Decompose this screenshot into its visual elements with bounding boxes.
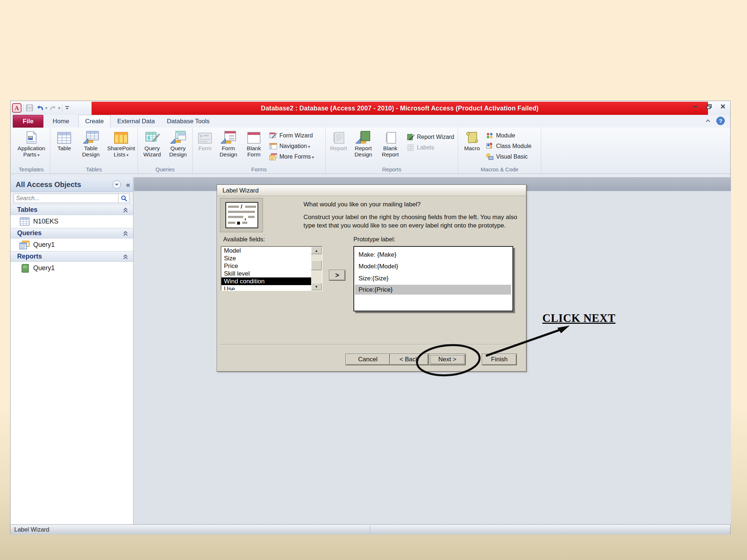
add-field-button[interactable]: >	[329, 270, 345, 281]
svg-text:?: ?	[719, 118, 722, 124]
next-button[interactable]: Next >	[429, 354, 466, 365]
query-wizard-button[interactable]: Query Wizard	[139, 129, 165, 158]
module-button[interactable]: Module	[486, 131, 515, 140]
access-window: A ▾ ▾ Database2 : Database (Access 20	[10, 101, 731, 534]
tab-home[interactable]: Home	[44, 115, 78, 128]
ribbon-right-controls: ?	[704, 116, 725, 125]
cancel-button[interactable]: Cancel	[345, 354, 390, 365]
query-design-button[interactable]: Query Design	[166, 129, 190, 158]
customize-qat-icon[interactable]	[64, 105, 70, 111]
table-icon	[19, 217, 30, 226]
list-item[interactable]: Model	[221, 247, 311, 254]
close-button[interactable]	[719, 103, 727, 110]
collapse-chevron-icon[interactable]	[122, 207, 129, 213]
ribbon-bottom-strip	[11, 174, 730, 177]
module-icon	[486, 132, 494, 139]
tab-create[interactable]: Create	[78, 115, 111, 128]
report-wizard-button[interactable]: Report Wizard	[407, 132, 454, 142]
finish-button[interactable]: Finish	[482, 354, 517, 365]
report-icon	[19, 264, 30, 273]
nav-item-query1[interactable]: Query1	[11, 238, 133, 251]
sharepoint-lists-button[interactable]: SharePoint Lists	[106, 129, 136, 158]
list-item[interactable]: Price	[221, 262, 311, 270]
tab-file[interactable]: File	[13, 115, 43, 128]
nav-item-report-query1[interactable]: Query1	[11, 262, 133, 275]
blank-report-button[interactable]: Blank Report	[378, 129, 403, 158]
minimize-button[interactable]	[691, 103, 700, 110]
prototype-label-caption: Prototype label:	[353, 236, 395, 243]
blank-form-button[interactable]: Blank Form	[242, 129, 266, 158]
group-caption-macros: Macros & Code	[458, 166, 541, 172]
prototype-label-box[interactable]: Make: {Make} Model:{Model} Size:{Size} P…	[353, 246, 513, 311]
redo-icon	[49, 104, 57, 112]
labels-icon	[407, 144, 415, 151]
collapse-chevron-icon[interactable]	[122, 253, 129, 260]
scrollbar-thumb[interactable]	[311, 260, 322, 270]
save-icon[interactable]	[26, 104, 34, 112]
visual-basic-icon	[486, 153, 494, 160]
form-wizard-button[interactable]: Form Wizard	[269, 131, 313, 140]
group-caption-forms: Forms	[193, 166, 325, 172]
search-icon[interactable]	[119, 194, 129, 203]
list-item[interactable]: Skill level	[221, 270, 311, 277]
undo-dropdown-icon[interactable]: ▾	[45, 106, 47, 110]
dialog-body-line2: type text that you would like to see on …	[303, 222, 506, 229]
navigation-menu-icon[interactable]	[112, 180, 121, 189]
ribbon-group-templates: Application Parts Templates	[12, 128, 50, 174]
more-forms-button[interactable]: More Forms	[269, 152, 314, 162]
access-logo-icon[interactable]: A	[12, 103, 22, 113]
search-input[interactable]	[13, 194, 119, 203]
undo-icon[interactable]	[35, 104, 44, 112]
desktop-background: A ▾ ▾ Database2 : Database (Access 20	[0, 0, 747, 560]
shutter-bar-close-icon[interactable]: «	[126, 180, 130, 189]
class-module-button[interactable]: Class Module	[486, 141, 531, 151]
table-button[interactable]: Table	[53, 129, 76, 151]
section-header-reports[interactable]: Reports	[11, 251, 133, 262]
help-icon[interactable]: ?	[716, 116, 725, 125]
prototype-line[interactable]: Make: {Make}	[355, 250, 511, 260]
scroll-up-icon[interactable]	[311, 247, 322, 254]
section-header-tables[interactable]: Tables	[11, 205, 133, 215]
ribbon-group-macros: Macro Module Class Module	[458, 128, 541, 174]
ribbon-group-tables: Table Table Design SharePoint Lists Tabl…	[50, 128, 138, 174]
listbox-scrollbar[interactable]	[311, 247, 322, 290]
dialog-title-bar[interactable]: Label Wizard	[217, 185, 526, 196]
group-caption-tables: Tables	[50, 166, 138, 172]
navigation-pane-title: All Access Objects	[16, 180, 81, 189]
list-item[interactable]: Use	[221, 285, 311, 291]
query-wizard-icon	[144, 130, 160, 144]
prototype-line-selected[interactable]: Price:{Price}	[355, 285, 511, 295]
available-fields-listbox[interactable]: Model Size Price Skill level Wind condit…	[221, 246, 322, 291]
macro-button[interactable]: Macro	[461, 129, 483, 151]
tab-external-data[interactable]: External Data	[111, 115, 161, 128]
navigation-pane-header[interactable]: All Access Objects «	[11, 177, 133, 192]
navigation-button[interactable]: Navigation	[269, 141, 310, 151]
group-caption-templates: Templates	[12, 166, 50, 172]
report-design-button[interactable]: Report Design	[350, 129, 377, 158]
ribbon-group-reports: Report Report Design Blank Report	[326, 128, 458, 174]
section-header-queries[interactable]: Queries	[11, 228, 133, 238]
list-item-selected[interactable]: Wind condition	[221, 277, 311, 285]
scroll-down-icon[interactable]	[311, 283, 322, 290]
report-button: Report	[327, 129, 350, 151]
restore-button[interactable]	[705, 103, 713, 110]
form-design-button[interactable]: Form Design	[215, 129, 241, 158]
visual-basic-button[interactable]: Visual Basic	[486, 152, 528, 162]
table-design-button[interactable]: Table Design	[77, 129, 105, 158]
minimize-ribbon-icon[interactable]	[704, 118, 712, 124]
class-module-icon	[486, 143, 494, 150]
nav-item-n10eks[interactable]: N10EKS	[11, 215, 133, 228]
divider	[62, 104, 62, 112]
application-parts-button[interactable]: Application Parts	[15, 129, 47, 158]
title-bar[interactable]: Database2 : Database (Access 2007 - 2010…	[92, 102, 708, 115]
list-item[interactable]: Size	[221, 254, 311, 262]
form-icon	[198, 130, 212, 144]
prototype-line[interactable]: Size:{Size}	[355, 273, 511, 283]
tab-database-tools[interactable]: Database Tools	[162, 115, 215, 128]
prototype-line[interactable]: Model:{Model}	[355, 261, 511, 271]
back-button[interactable]: < Back	[390, 354, 429, 365]
blank-form-icon	[247, 130, 261, 144]
more-forms-icon	[269, 153, 277, 160]
collapse-chevron-icon[interactable]	[122, 230, 129, 237]
application-parts-icon	[25, 130, 38, 144]
